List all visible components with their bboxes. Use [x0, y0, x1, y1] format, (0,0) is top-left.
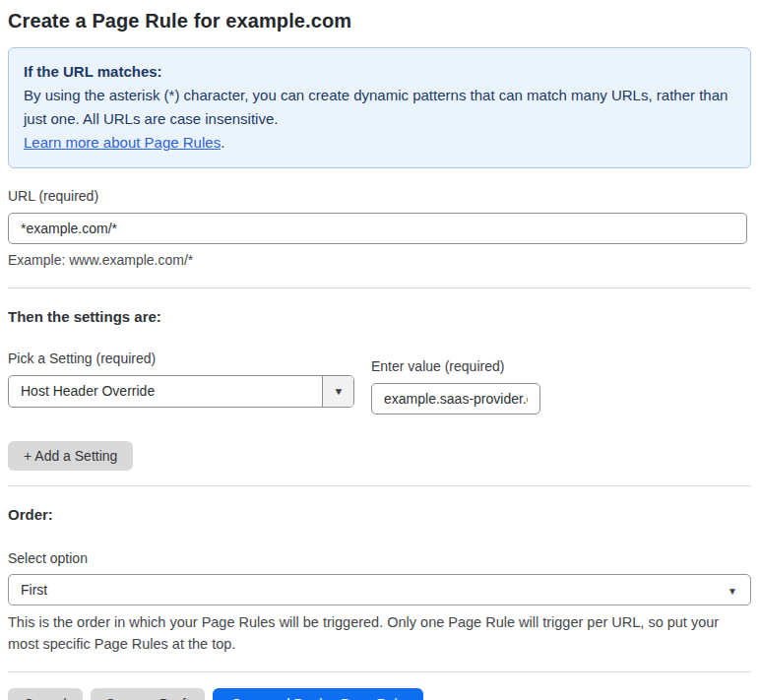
order-select-caret-wrap: ▼ [728, 581, 750, 599]
chevron-down-icon: ▼ [728, 586, 737, 597]
url-match-info-banner: If the URL matches: By using the asteris… [8, 47, 751, 168]
setting-select[interactable]: Host Header Override ▼ [8, 375, 354, 408]
url-helper-text: Example: www.example.com/* [8, 252, 751, 268]
value-input[interactable] [371, 383, 540, 414]
settings-row: Pick a Setting (required) Host Header Ov… [8, 350, 751, 414]
info-banner-link-line: Learn more about Page Rules. [24, 131, 735, 155]
url-label: URL (required) [8, 188, 751, 204]
save-draft-button[interactable]: Save as Draft [91, 688, 206, 700]
page-title: Create a Page Rule for example.com [8, 10, 751, 32]
settings-heading: Then the settings are: [8, 308, 751, 325]
order-heading: Order: [8, 506, 751, 523]
order-select-value: First [9, 582, 728, 598]
url-input[interactable] [8, 213, 747, 244]
setting-value-column: Enter value (required) [371, 358, 540, 414]
page-rule-form: Create a Page Rule for example.com If th… [0, 0, 760, 700]
section-divider [8, 671, 751, 672]
order-helper-text: This is the order in which your Page Rul… [8, 611, 746, 655]
info-banner-text: By using the asterisk (*) character, you… [24, 84, 735, 131]
section-divider [8, 485, 751, 486]
learn-more-link[interactable]: Learn more about Page Rules [24, 134, 221, 151]
value-label: Enter value (required) [371, 358, 540, 374]
add-setting-button[interactable]: + Add a Setting [8, 441, 133, 471]
order-label: Select option [8, 550, 751, 566]
save-deploy-button[interactable]: Save and Deploy Page Rule [213, 688, 423, 700]
setting-select-value: Host Header Override [9, 376, 322, 407]
chevron-down-icon: ▼ [333, 387, 344, 397]
section-divider [8, 287, 751, 288]
order-select[interactable]: First ▼ [8, 574, 751, 605]
link-suffix: . [221, 134, 224, 151]
cancel-button[interactable]: Cancel [8, 688, 83, 700]
setting-picker-column: Pick a Setting (required) Host Header Ov… [8, 350, 354, 414]
setting-select-button[interactable]: ▼ [322, 376, 353, 407]
info-banner-heading: If the URL matches: [24, 60, 735, 84]
footer-actions: Cancel Save as Draft Save and Deploy Pag… [8, 688, 751, 700]
setting-label: Pick a Setting (required) [8, 350, 354, 366]
